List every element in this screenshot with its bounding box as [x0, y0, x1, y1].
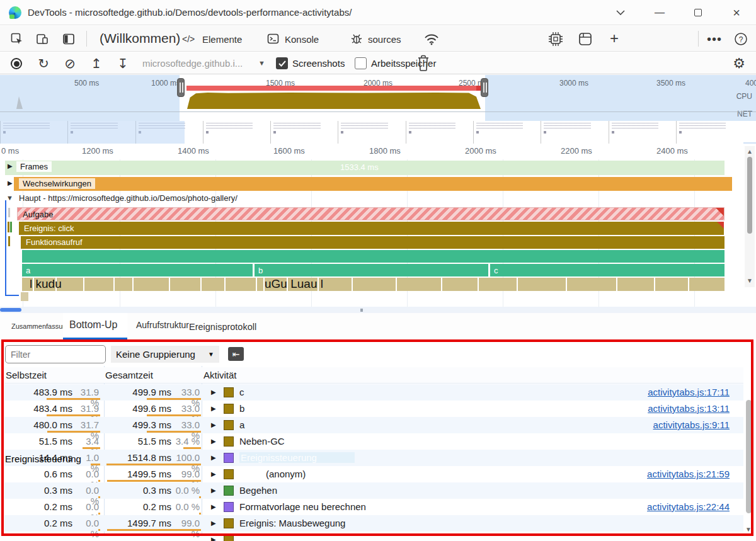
- grouping-select[interactable]: Keine Gruppierung ▼: [111, 346, 219, 363]
- tab-bottom-up[interactable]: Bottom-Up: [63, 313, 127, 339]
- minimize-button[interactable]: —: [649, 4, 670, 21]
- flame-bar[interactable]: [22, 250, 724, 263]
- memory-chip-icon[interactable]: [548, 31, 563, 47]
- screenshot-thumbnail[interactable]: [270, 121, 338, 144]
- tab-call-tree[interactable]: Aufrufstruktur: [136, 320, 189, 330]
- scrollbar-thumb[interactable]: [746, 400, 752, 513]
- timeline-vertical-scrollbar[interactable]: ▲ ▼: [745, 146, 755, 287]
- table-row[interactable]: 483.4 ms31.9 %499.6 ms33.0 %▶bactivityta…: [4, 401, 743, 417]
- help-icon[interactable]: ?: [732, 31, 750, 47]
- event-click-bar[interactable]: Ereignis: click: [19, 222, 724, 235]
- chevron-down-icon[interactable]: [610, 4, 631, 21]
- flame-bar-c[interactable]: c: [490, 264, 724, 276]
- page-selector-chevron-icon[interactable]: ▼: [258, 59, 265, 67]
- scroll-up-icon[interactable]: ▲: [745, 148, 755, 155]
- table-row[interactable]: 0.2 ms0.0 %0.2 ms0.0 %▶Formatvorlage neu…: [4, 499, 743, 515]
- screenshots-filmstrip[interactable]: [0, 121, 756, 144]
- flame-bar-a[interactable]: a: [22, 264, 253, 276]
- interactions-track-bar[interactable]: [14, 177, 732, 191]
- tab-welcome[interactable]: (Willkommen): [100, 31, 180, 46]
- row-expander-icon[interactable]: ▶: [211, 536, 216, 541]
- flame-bar-b[interactable]: b: [255, 264, 488, 276]
- source-location-link[interactable]: activitytabs.js:13:11: [648, 403, 730, 414]
- table-row[interactable]: 14.4 ms1.0 %1514.8 ms100.0 %▶Ereignisste…: [4, 450, 743, 466]
- timeline-horizontal-scrollbar[interactable]: [0, 307, 756, 313]
- load-profile-icon[interactable]: ↥: [88, 55, 105, 72]
- screenshot-thumbnail[interactable]: [406, 121, 473, 144]
- screenshot-thumbnail[interactable]: [338, 121, 405, 144]
- screenshot-thumbnail[interactable]: [473, 121, 541, 144]
- row-expander-icon[interactable]: ▶: [211, 454, 216, 461]
- screenshot-thumbnail[interactable]: [541, 121, 608, 144]
- source-location-link[interactable]: activitytabs.js:9:11: [653, 419, 730, 430]
- table-vertical-scrollbar[interactable]: ▼: [744, 367, 753, 536]
- frames-expander-icon[interactable]: ▶: [8, 162, 13, 169]
- more-options-icon[interactable]: •••: [706, 31, 723, 47]
- selection-handle-left[interactable]: [177, 78, 185, 97]
- table-row[interactable]: 51.5 ms3.4 %51.5 ms3.4 %▶Neben-GC: [4, 433, 743, 450]
- source-location-link[interactable]: activitytabs.js:17:11: [648, 387, 730, 397]
- scroll-down-icon[interactable]: ▼: [745, 526, 752, 533]
- table-row[interactable]: 0.2 ms0.0 %1499.7 ms99.0 %▶Ereignis: Mau…: [4, 515, 743, 532]
- screenshot-thumbnail[interactable]: [609, 121, 676, 144]
- filter-input[interactable]: [5, 345, 106, 363]
- table-row[interactable]: 0.6 ms0.0 %1499.5 ms99.0 %▶(anonym)activ…: [4, 466, 743, 482]
- activity-label: b: [239, 403, 244, 414]
- trash-icon[interactable]: [416, 55, 431, 72]
- row-expander-icon[interactable]: ▶: [211, 470, 216, 477]
- row-expander-icon[interactable]: ▶: [211, 405, 216, 412]
- scrollbar-thumb[interactable]: [747, 157, 752, 234]
- row-expander-icon[interactable]: ▶: [211, 389, 216, 396]
- application-icon[interactable]: [578, 32, 592, 46]
- inspect-element-icon[interactable]: [9, 31, 25, 47]
- timeline-overview[interactable]: 500 ms 1000 ms 1500 ms 2000 ms 2500 ms 3…: [0, 75, 756, 121]
- record-icon[interactable]: [9, 56, 24, 71]
- flame-bar-leaf-row[interactable]: l kudu uGu Luau l: [22, 278, 724, 291]
- memory-checkbox[interactable]: [355, 57, 367, 69]
- tab-console[interactable]: Konsole: [285, 34, 319, 45]
- tab-event-log[interactable]: Ereignisprotokoll: [189, 322, 256, 332]
- table-row[interactable]: 0.3 ms0.0 %0.3 ms0.0 %▶Begehen: [4, 482, 743, 499]
- title-bar: DevTools - microsoftedge.github.io/Demos…: [0, 0, 756, 25]
- interactions-expander-icon[interactable]: ▶: [8, 179, 13, 186]
- source-location-link[interactable]: activitytabs.js:21:59: [647, 469, 730, 479]
- settings-gear-icon[interactable]: ⚙: [731, 55, 747, 72]
- main-track-expander-icon[interactable]: ▼: [6, 194, 13, 202]
- screenshots-checkbox[interactable]: [276, 57, 288, 69]
- source-location-link[interactable]: activitytabs.js:22:44: [647, 501, 730, 512]
- close-button[interactable]: ×: [726, 4, 747, 21]
- device-emulation-icon[interactable]: [34, 31, 50, 47]
- scroll-down-icon[interactable]: ▼: [747, 277, 753, 284]
- scrollbar-thumb[interactable]: [0, 308, 21, 312]
- tab-sources[interactable]: sources: [368, 34, 401, 45]
- maximize-button[interactable]: [687, 4, 709, 21]
- column-header-activity[interactable]: Aktivität: [203, 370, 237, 380]
- row-expander-icon[interactable]: ▶: [211, 503, 216, 510]
- segment-gap: [654, 278, 655, 291]
- total-percent-bar: [183, 447, 201, 449]
- tab-summary[interactable]: Zusammenfassung: [11, 322, 71, 330]
- save-profile-icon[interactable]: ↧: [115, 55, 131, 72]
- column-header-total-time[interactable]: Gesamtzeit: [105, 370, 153, 380]
- network-wifi-icon[interactable]: [423, 32, 440, 46]
- row-expander-icon[interactable]: ▶: [211, 421, 216, 428]
- page-selector[interactable]: microsoftedge.github.i...: [142, 58, 243, 69]
- row-expander-icon[interactable]: ▶: [211, 520, 216, 527]
- tab-elements[interactable]: Elemente: [202, 34, 242, 45]
- more-tools-plus-icon[interactable]: +: [606, 30, 622, 47]
- column-header-self-time[interactable]: Selbstzeit: [6, 370, 47, 380]
- task-bar[interactable]: Aufgabe: [17, 207, 724, 220]
- screenshot-thumbnail[interactable]: [676, 121, 743, 144]
- table-row[interactable]: 483.9 ms31.9 %499.9 ms33.0 %▶cactivityta…: [4, 384, 743, 401]
- row-expander-icon[interactable]: ▶: [211, 438, 216, 445]
- dock-side-icon[interactable]: [60, 31, 77, 47]
- selection-handle-right[interactable]: [481, 78, 488, 97]
- reload-record-icon[interactable]: ↻: [35, 55, 52, 72]
- function-call-bar[interactable]: Funktionsaufruf: [21, 236, 724, 249]
- screenshot-thumbnail[interactable]: [203, 121, 270, 144]
- table-row[interactable]: ▶: [4, 532, 743, 541]
- heaviest-stack-button[interactable]: ⇤: [228, 347, 244, 361]
- table-row[interactable]: 480.0 ms31.7 %499.3 ms33.0 %▶aactivityta…: [4, 417, 743, 433]
- clear-icon[interactable]: ⊘: [62, 55, 78, 72]
- row-expander-icon[interactable]: ▶: [211, 487, 216, 494]
